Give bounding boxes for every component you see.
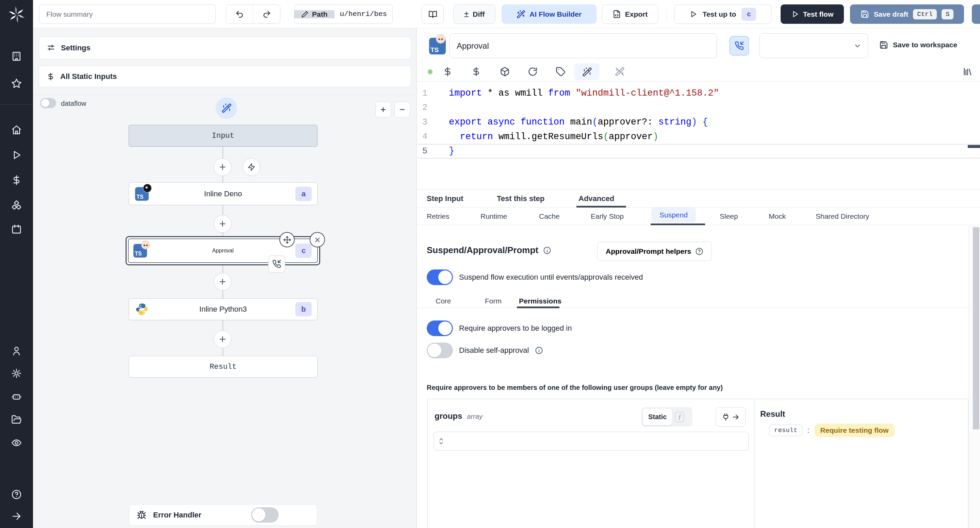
test-up-to-button[interactable]: Test up to c — [674, 5, 772, 24]
deploy-button-partial[interactable] — [972, 5, 980, 24]
tag-icon[interactable] — [554, 65, 567, 78]
step-id-badge: b — [295, 302, 312, 316]
groups-array-input[interactable] — [434, 432, 749, 451]
dataflow-toggle[interactable] — [40, 98, 56, 108]
tab-step-input[interactable]: Step Input — [427, 189, 463, 208]
export-button[interactable]: Export — [602, 5, 658, 24]
zoom-out-button[interactable]: − — [395, 102, 410, 118]
package-icon[interactable] — [498, 65, 511, 78]
add-step-button[interactable] — [214, 158, 231, 176]
tab-core[interactable]: Core — [436, 294, 451, 308]
delete-step-button[interactable] — [310, 232, 325, 247]
step-title-input[interactable] — [450, 33, 717, 58]
ai-assistant-wand-button[interactable] — [574, 63, 600, 80]
node-inline-python[interactable]: Inline Python3 b — [129, 298, 318, 320]
tab-shared-directory[interactable]: Shared Directory — [816, 208, 869, 225]
tab-suspend[interactable]: Suspend — [651, 208, 696, 223]
schedules-calendar-icon[interactable] — [11, 224, 22, 234]
info-icon[interactable] — [535, 346, 543, 355]
variables-dollar-icon[interactable] — [11, 175, 22, 185]
variables-dollar-icon[interactable] — [469, 65, 482, 78]
library-icon[interactable] — [961, 65, 974, 78]
settings-gear-icon[interactable] — [11, 368, 22, 379]
suspend-phone-badge[interactable] — [268, 256, 285, 272]
code-line[interactable]: 2 — [417, 101, 980, 115]
require-login-row: Require approvers to be logged in — [427, 320, 572, 336]
audit-eye-icon[interactable] — [11, 437, 22, 448]
workers-bot-icon[interactable] — [11, 391, 22, 402]
resources-boxes-icon[interactable] — [11, 200, 22, 211]
suspend-phone-button[interactable] — [730, 36, 749, 56]
all-static-inputs-button[interactable]: All Static Inputs — [39, 66, 411, 87]
plus-icon — [218, 162, 227, 172]
approval-prompt-helpers-button[interactable]: Approval/Prompt helpers — [597, 242, 712, 261]
path-edit-segment[interactable]: Path — [294, 10, 334, 18]
code-line[interactable]: 4 return wmill.getResumeUrls(approver) — [417, 130, 980, 144]
panel-splitter[interactable] — [416, 28, 417, 528]
test-flow-button[interactable]: Test flow — [781, 5, 844, 24]
windmill-logo[interactable] — [9, 7, 24, 22]
info-icon[interactable] — [543, 246, 551, 254]
path-button[interactable]: Path u/henri/bes — [294, 5, 393, 24]
code-line[interactable]: 5} — [417, 144, 980, 159]
tab-runtime[interactable]: Runtime — [480, 208, 507, 225]
save-to-workspace-button[interactable]: Save to workspace — [879, 40, 957, 49]
collapse-arrow-right-icon[interactable] — [11, 511, 22, 522]
result-value-badge[interactable]: Require testing flow — [814, 423, 895, 437]
tab-early-stop[interactable]: Early Stop — [591, 208, 624, 225]
tab-mock[interactable]: Mock — [769, 208, 786, 225]
result-separator: : — [807, 426, 809, 435]
tab-advanced[interactable]: Advanced — [579, 189, 614, 208]
script-kind-select[interactable] — [759, 33, 868, 58]
save-draft-button[interactable]: Save draft Ctrl S — [850, 5, 964, 24]
node-inline-deno[interactable]: TS Inline Deno a — [129, 182, 318, 205]
tab-cache[interactable]: Cache — [539, 208, 560, 225]
tab-test-this-step[interactable]: Test this step — [497, 189, 544, 208]
home-icon[interactable] — [11, 124, 22, 135]
suspend-settings: Suspend/Approval/Prompt Approval/Prompt … — [417, 225, 980, 528]
add-step-button[interactable] — [214, 215, 231, 233]
code-line[interactable]: 3export async function main(approver?: s… — [417, 115, 980, 130]
zoom-in-button[interactable]: + — [375, 102, 391, 118]
result-key-chip[interactable]: result — [769, 425, 802, 436]
wand-off-icon[interactable] — [613, 65, 626, 78]
expression-mode-button[interactable]: ƒ — [673, 409, 686, 425]
docs-button[interactable] — [422, 5, 444, 24]
help-icon[interactable] — [11, 489, 22, 500]
disable-self-approval-toggle[interactable] — [427, 343, 453, 358]
reload-icon[interactable] — [526, 65, 539, 78]
favorites-star-icon[interactable] — [11, 78, 22, 89]
error-handler-row[interactable]: Error Handler — [129, 504, 317, 526]
error-handler-toggle[interactable] — [251, 507, 279, 523]
connect-input-button[interactable] — [716, 407, 746, 426]
code-editor[interactable]: 1import * as wmill from "windmill-client… — [417, 82, 980, 189]
ai-wand-button[interactable] — [216, 97, 237, 119]
require-login-toggle[interactable] — [427, 320, 453, 336]
node-input[interactable]: Input — [129, 125, 318, 146]
add-step-button[interactable] — [214, 330, 231, 348]
redo-button[interactable] — [253, 5, 280, 24]
tab-form[interactable]: Form — [485, 294, 501, 308]
assets-dollar-icon[interactable] — [441, 65, 454, 78]
diff-button[interactable]: ± Diff — [453, 5, 495, 24]
flow-settings-button[interactable]: Settings — [39, 37, 411, 59]
code-line[interactable]: 1import * as wmill from "windmill-client… — [417, 86, 980, 101]
tab-retries[interactable]: Retries — [427, 208, 450, 225]
suspend-flow-toggle[interactable] — [427, 269, 453, 285]
folders-icon[interactable] — [11, 414, 22, 425]
flow-summary-input[interactable] — [39, 5, 216, 24]
static-mode-button[interactable]: Static — [643, 409, 672, 425]
add-trigger-button[interactable] — [243, 158, 260, 176]
scrollbar-thumb[interactable] — [973, 227, 979, 429]
node-result[interactable]: Result — [129, 356, 318, 378]
add-step-button[interactable] — [214, 273, 231, 291]
undo-button[interactable] — [226, 5, 253, 24]
tab-sleep[interactable]: Sleep — [720, 208, 738, 225]
ai-flow-builder-button[interactable]: AI Flow Builder — [501, 5, 597, 24]
groups-field-name: groups — [434, 411, 462, 421]
users-icon[interactable] — [11, 346, 22, 356]
tab-permissions[interactable]: Permissions — [519, 294, 562, 308]
runs-play-icon[interactable] — [11, 150, 22, 160]
workspace-icon[interactable] — [11, 51, 22, 62]
move-step-button[interactable] — [279, 232, 295, 247]
